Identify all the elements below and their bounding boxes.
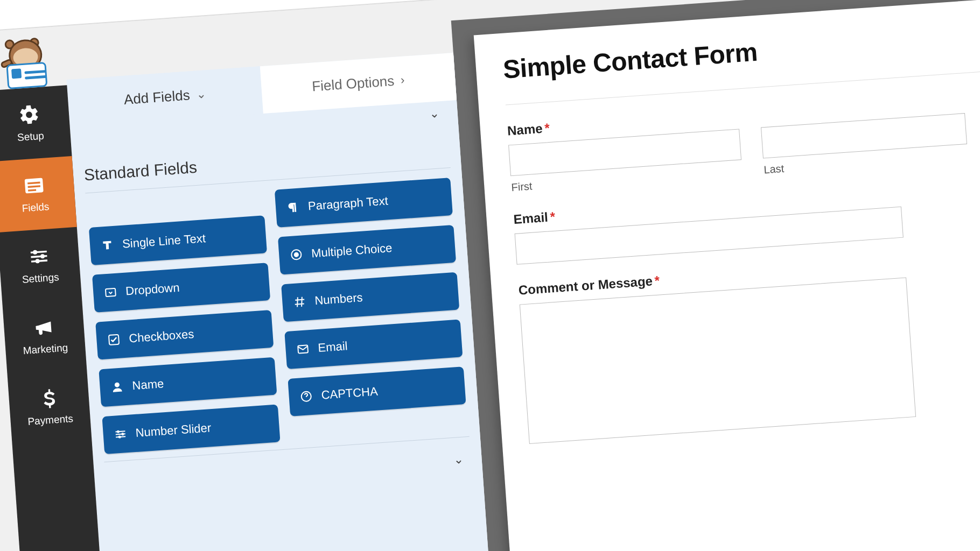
svg-rect-7 xyxy=(106,288,116,296)
field-label: Checkboxes xyxy=(129,327,195,345)
gear-icon xyxy=(18,103,41,126)
dollar-icon xyxy=(37,387,60,410)
chevron-right-icon: › xyxy=(400,73,405,87)
text-icon xyxy=(100,238,114,252)
tab-label: Add Fields xyxy=(123,87,191,108)
bullhorn-icon xyxy=(32,316,55,339)
nav-label: Payments xyxy=(27,413,74,428)
dropdown-icon xyxy=(104,286,118,300)
section-toggle-next[interactable]: ⌄ xyxy=(94,446,482,495)
radio-icon xyxy=(290,248,304,262)
fields-panel: Add Fields ⌄ Field Options › ⌄ Standard … xyxy=(67,53,493,551)
field-label: Numbers xyxy=(314,291,363,308)
field-checkboxes[interactable]: Checkboxes xyxy=(95,310,274,360)
tab-label: Field Options xyxy=(311,72,395,95)
field-paragraph-text[interactable]: Paragraph Text xyxy=(275,178,453,228)
nav-setup[interactable]: Setup xyxy=(0,85,72,161)
svg-point-5 xyxy=(40,254,45,259)
wpforms-mascot-logo xyxy=(0,38,52,89)
nav-label: Settings xyxy=(22,271,59,286)
chevron-down-icon: ⌄ xyxy=(453,452,470,467)
svg-point-14 xyxy=(294,252,299,257)
svg-point-6 xyxy=(35,259,40,264)
chevron-down-icon: ⌄ xyxy=(429,107,445,122)
required-asterisk: * xyxy=(654,273,660,288)
message-textarea[interactable] xyxy=(520,277,916,444)
form-title: Simple Contact Form xyxy=(502,15,980,84)
nav-label: Setup xyxy=(17,130,44,144)
svg-point-11 xyxy=(122,433,124,435)
field-multiple-choice[interactable]: Multiple Choice xyxy=(278,225,456,275)
field-label: CAPTCHA xyxy=(321,384,379,402)
svg-point-12 xyxy=(118,436,121,438)
field-label: Multiple Choice xyxy=(311,241,393,260)
field-name[interactable]: Name xyxy=(99,357,277,407)
required-asterisk: * xyxy=(550,209,556,224)
field-label: Number Slider xyxy=(135,421,212,440)
hash-icon xyxy=(293,295,307,309)
svg-point-9 xyxy=(115,383,120,387)
envelope-icon xyxy=(296,342,310,356)
nav-payments[interactable]: Payments xyxy=(8,369,92,445)
nav-settings[interactable]: Settings xyxy=(0,227,82,303)
field-captcha[interactable]: CAPTCHA xyxy=(288,366,466,416)
preview-frame: Simple Contact Form Name* First Last Ema… xyxy=(451,0,980,551)
required-asterisk: * xyxy=(544,121,550,136)
chevron-down-icon: ⌄ xyxy=(196,87,207,101)
field-label: Paragraph Text xyxy=(307,194,388,213)
slider-icon xyxy=(114,427,128,441)
field-single-line-text[interactable]: Single Line Text xyxy=(89,215,267,265)
form-preview: Simple Contact Form Name* First Last Ema… xyxy=(474,0,980,551)
svg-point-4 xyxy=(33,250,38,255)
field-dropdown[interactable]: Dropdown xyxy=(92,263,270,313)
svg-point-10 xyxy=(117,430,119,433)
nav-label: Marketing xyxy=(23,342,68,357)
nav-marketing[interactable]: Marketing xyxy=(2,298,87,374)
field-label: Email xyxy=(318,339,348,355)
field-label: Single Line Text xyxy=(122,231,206,251)
field-label: Dropdown xyxy=(125,281,180,299)
sliders-icon xyxy=(27,245,51,268)
field-numbers[interactable]: Numbers xyxy=(281,272,459,322)
user-icon xyxy=(110,380,124,394)
check-icon xyxy=(107,333,121,347)
field-number-slider[interactable]: Number Slider xyxy=(102,404,280,454)
question-icon xyxy=(299,390,313,404)
field-email[interactable]: Email xyxy=(284,319,463,369)
nav-fields[interactable]: Fields xyxy=(0,156,77,232)
nav-label: Fields xyxy=(22,201,50,214)
field-label: Name xyxy=(132,377,164,393)
paragraph-icon xyxy=(286,201,300,215)
form-icon xyxy=(23,174,46,197)
